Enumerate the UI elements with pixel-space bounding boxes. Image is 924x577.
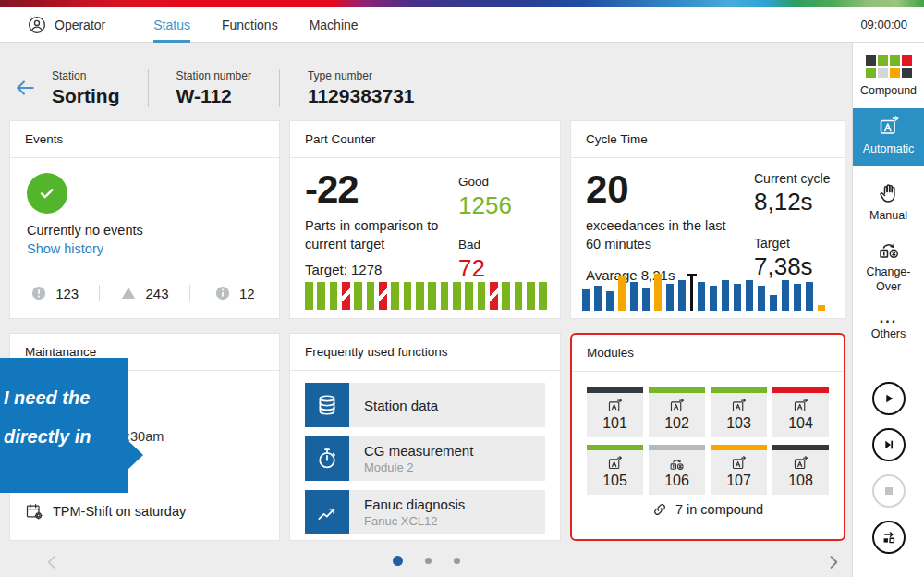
clock: 09:00:00 <box>860 18 907 31</box>
calendar-gear-icon <box>25 502 43 521</box>
stop-button[interactable] <box>872 474 906 508</box>
changeover-mode-button[interactable]: Change-Over <box>863 239 915 294</box>
cycle-bar <box>666 284 674 311</box>
stopwatch-icon <box>315 447 339 471</box>
function-text: CG measurementModule 2 <box>349 443 473 474</box>
page-dot-2[interactable] <box>425 558 432 564</box>
function-rows: Station dataCG measurementModule 2Fanuc … <box>305 383 545 534</box>
cycle-time-title: Cycle Time <box>571 121 845 158</box>
tooltip-arrow <box>127 439 143 471</box>
automatic-label: Automatic <box>863 142 915 157</box>
cycle-bar <box>594 286 602 311</box>
function-text: Station data <box>349 398 438 413</box>
station-field-0: StationSorting <box>52 69 149 107</box>
tab-status[interactable]: Status <box>153 7 190 43</box>
stop-icon <box>881 484 896 498</box>
part-bar-good <box>305 282 313 310</box>
function-text: Fanuc diagnosisFanuc XCL12 <box>349 497 465 528</box>
maintenance-footer: TPM-Shift on saturday <box>25 502 186 521</box>
module-number: 103 <box>726 415 751 432</box>
station-field-2: Type number1129383731 <box>280 69 443 107</box>
target-marker <box>690 274 693 311</box>
chevron-right-icon[interactable] <box>824 553 843 571</box>
others-button[interactable]: ... Others <box>871 313 906 342</box>
station-header: StationSortingStation numberW-112Type nu… <box>0 43 852 118</box>
compound-square <box>902 68 912 78</box>
module-tile-108[interactable]: 108 <box>772 445 829 495</box>
back-arrow-icon[interactable] <box>13 76 37 100</box>
single-step-button[interactable] <box>872 428 906 461</box>
cycle-bar <box>710 286 717 311</box>
cycle-bar <box>746 280 753 311</box>
module-tile-106[interactable]: 106 <box>649 445 705 495</box>
events-status-text: Currently no events <box>27 223 143 238</box>
page-dot-1[interactable] <box>393 556 403 566</box>
manual-mode-button[interactable]: Manual <box>869 182 907 224</box>
station-field-label: Type number <box>308 69 415 82</box>
station-field-value: W-112 <box>176 85 251 107</box>
cycle-bar <box>678 280 686 311</box>
start-button[interactable] <box>872 382 906 415</box>
database-icon <box>315 393 339 417</box>
station-fields: StationSortingStation numberW-112Type nu… <box>52 69 443 107</box>
function-fanuc-diagnosis[interactable]: Fanuc diagnosisFanuc XCL12 <box>305 490 545 534</box>
main: StationSortingStation numberW-112Type nu… <box>0 43 924 577</box>
user-menu[interactable]: Operator <box>28 16 105 34</box>
module-tile-103[interactable]: 103 <box>711 387 767 437</box>
module-number: 104 <box>788 415 813 432</box>
page-dot-3[interactable] <box>454 558 460 564</box>
error-icon <box>30 285 47 301</box>
function-icon-tile <box>305 383 349 427</box>
module-tile-101[interactable]: 101 <box>587 387 643 437</box>
module-tile-104[interactable]: 104 <box>772 387 829 437</box>
trend-icon <box>315 500 339 524</box>
manual-label: Manual <box>869 209 907 224</box>
event-stat-value: 243 <box>145 286 168 301</box>
cycle-bar <box>618 276 626 311</box>
part-bar-good <box>465 282 473 310</box>
tooltip-line2: directly in <box>4 417 124 456</box>
automatic-icon <box>607 456 623 472</box>
station-field-1: Station numberW-112 <box>149 69 280 107</box>
check-icon <box>37 183 57 203</box>
part-bar-good <box>317 282 325 310</box>
cycle-time-chart <box>582 272 835 311</box>
cards-grid: Events Currently no events Show history … <box>9 120 845 541</box>
event-stat[interactable]: 12 <box>190 285 279 301</box>
event-stat[interactable]: 243 <box>100 285 189 301</box>
compound-square <box>866 55 876 66</box>
transfer-icon <box>880 528 898 546</box>
module-tile-102[interactable]: 102 <box>649 387 705 437</box>
function-sublabel: Fanuc XCL12 <box>364 514 465 528</box>
part-bar-good <box>539 282 547 310</box>
compound-button[interactable]: Compound <box>860 55 917 99</box>
events-title: Events <box>10 121 279 158</box>
event-stat[interactable]: 123 <box>10 285 100 301</box>
automatic-icon <box>793 456 808 472</box>
transfer-button[interactable] <box>872 521 906 554</box>
events-stats: 12324312 <box>10 277 279 309</box>
module-tile-body: 105 <box>587 450 643 495</box>
part-bar-good <box>404 282 412 310</box>
automatic-mode-button[interactable]: Automatic <box>853 108 924 166</box>
compound-square <box>890 68 900 78</box>
module-number: 101 <box>602 415 627 432</box>
part-bar-good <box>515 282 523 310</box>
compound-label: Compound <box>860 84 917 99</box>
compound-grid-icon <box>860 55 917 78</box>
function-station-data[interactable]: Station data <box>305 383 545 427</box>
cycle-bar <box>794 284 801 311</box>
module-tile-107[interactable]: 107 <box>711 445 767 495</box>
compound-summary-text: 7 in compound <box>675 502 763 517</box>
cycle-bar <box>770 295 777 311</box>
tooltip-line1: I need the <box>4 378 124 417</box>
cycle-bar <box>654 274 662 311</box>
tab-machine[interactable]: Machine <box>310 7 359 43</box>
function-cg-measurement[interactable]: CG measurementModule 2 <box>305 436 545 481</box>
part-bar-good <box>478 282 486 310</box>
module-tile-105[interactable]: 105 <box>587 445 643 495</box>
good-value: 1256 <box>458 191 512 220</box>
show-history-link[interactable]: Show history <box>27 241 103 256</box>
function-icon-tile <box>305 490 349 534</box>
tab-functions[interactable]: Functions <box>222 7 278 43</box>
